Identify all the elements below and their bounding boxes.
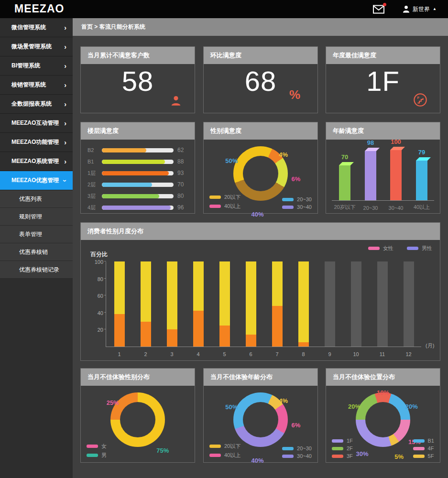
y-tick-mark [104, 278, 106, 279]
card-title: 当月不佳体验位置分布 [326, 369, 440, 386]
floor-bar-track [102, 194, 174, 198]
donut-pct-label: 50% [225, 403, 238, 411]
floor-bar-track [102, 160, 174, 164]
legend-label: 30~40 [297, 453, 312, 459]
legend-item: 男 [87, 452, 107, 459]
x-tick-label: 2 [139, 351, 153, 357]
kpi-card-best-floor: 年度最佳满意度 1F F [326, 46, 440, 113]
sidebar-subitem-coupon-list[interactable]: 优惠列表 [0, 190, 73, 208]
floor-bar-value: 88 [177, 158, 188, 165]
y-tick-label: 60 [88, 293, 103, 299]
caret-up-icon: ▲ [433, 7, 437, 11]
x-tick-label: 4 [191, 351, 206, 357]
sidebar-item-system[interactable]: MEEZAO系统管理› [0, 152, 73, 171]
x-tick-label: 3 [165, 351, 179, 357]
month-bar-male [219, 261, 230, 326]
mail-icon [372, 4, 385, 14]
month-bar-female [141, 322, 151, 347]
legend-label: 20~30 [297, 196, 312, 202]
kpi-value: 1F [326, 65, 440, 97]
x-tick-label: 7 [270, 351, 284, 357]
sidebar-item-wechat[interactable]: 微信管理系统› [0, 18, 73, 37]
month-bar-nodata [325, 261, 335, 347]
legend-item: 40以上 [209, 452, 240, 459]
age-bar-value: 98 [367, 139, 374, 146]
legend-swatch [209, 454, 221, 457]
chart-legend: 1F2F3F [332, 438, 353, 459]
legend-label: 男性 [422, 245, 432, 252]
breadcrumb[interactable]: 首页 > 客流只能分析系统 [81, 18, 145, 36]
sidebar-item-function[interactable]: MEEZAO功能管理› [0, 133, 73, 152]
sidebar-item-verification[interactable]: 核销管理系统› [0, 76, 73, 95]
month-bar-nodata [404, 261, 414, 347]
donut-hole [365, 402, 401, 437]
floor-category-label: B2 [87, 147, 100, 153]
x-tick-label: 11 [375, 351, 390, 357]
x-tick-label: 6 [244, 351, 258, 357]
age-bar-top-face [416, 157, 431, 161]
legend-item: 3F [332, 453, 353, 459]
chart-legend: B14F5F [413, 438, 434, 459]
legend-label: 40以上 [224, 452, 240, 459]
y-tick-mark [104, 295, 106, 295]
floor-bar-row: B188 [87, 156, 188, 167]
sidebar-subitem-forms[interactable]: 表单管理 [0, 226, 73, 243]
floor-bar-value: 62 [177, 147, 188, 153]
age-category-label: 40以上 [406, 204, 437, 211]
donut-pct-label: 4% [279, 397, 288, 404]
month-bar-male [298, 261, 309, 342]
age-bar [390, 150, 402, 200]
legend-label: B1 [428, 438, 434, 444]
legend-item: 1F [332, 438, 353, 444]
legend-label: 女性 [383, 245, 393, 252]
month-bar-female [167, 329, 177, 347]
age-bar-chart: 7020岁以下9820~3010030~407940以上 [326, 140, 440, 213]
month-bar-male [114, 261, 125, 314]
floor-bar-track [102, 148, 174, 152]
month-bar-nodata [377, 261, 388, 347]
sidebar-subitem-coupon-verify-log[interactable]: 优惠券核销记录 [0, 261, 73, 279]
x-tick-label: 9 [323, 351, 337, 357]
sidebar-subitem-coupon-verify[interactable]: 优惠券核销 [0, 243, 73, 261]
donut-pct-label: 4% [279, 151, 288, 158]
chart-card-gender-satisfaction: 性别满意度 4%6%40%50% 20以下40以上 20~3030~40 [203, 122, 318, 214]
user-menu[interactable]: 新世界 ▲ [403, 4, 437, 14]
floor-bar-row: B262 [87, 144, 188, 156]
floor-bar-track [102, 206, 174, 210]
legend-label: 20以下 [224, 443, 240, 450]
legend-item: 30~40 [282, 204, 312, 210]
mail-button[interactable] [372, 4, 385, 14]
sidebar-item-label: MEEZAO优惠管理 [11, 176, 59, 185]
sidebar-item-coupon-active[interactable]: MEEZAO优惠管理› [0, 171, 73, 190]
floor-bar-fill [102, 183, 152, 187]
donut-ring [356, 392, 410, 447]
month-bar-male [193, 261, 204, 311]
legend-swatch [209, 196, 221, 199]
kpi-card-unsatisfied-customers: 当月累计不满意客户数 58 [80, 46, 195, 113]
chevron-right-icon: › [64, 100, 66, 108]
x-axis-line [332, 200, 434, 201]
donut-pct-label: 5% [394, 453, 404, 460]
floor-bar-track [102, 171, 174, 175]
legend-item: 30~40 [282, 453, 312, 459]
legend-swatch [413, 439, 425, 443]
sidebar-subitem-rules[interactable]: 规则管理 [0, 208, 73, 226]
sidebar-item-label: MEEZAO系统管理 [11, 157, 59, 165]
chevron-right-icon: › [64, 158, 66, 165]
sidebar-item-bi[interactable]: BI管理系统› [0, 56, 73, 76]
legend-item: 20以下 [209, 194, 240, 201]
legend-label: 40以上 [224, 203, 240, 210]
sidebar-item-microscene[interactable]: 微场景管理系统› [0, 37, 73, 56]
floor-bar-value: 80 [177, 193, 188, 199]
chart-card-floor-satisfaction: 楼层满意度 B262B1881层932层703层804层96 [80, 122, 195, 214]
sidebar-item-label: 核销管理系统 [11, 81, 46, 89]
month-bar-female [114, 314, 125, 347]
legend-label: 1F [347, 438, 353, 444]
legend-swatch [332, 447, 343, 450]
user-name: 新世界 [413, 5, 430, 13]
legend-swatch [413, 455, 425, 458]
month-bar-female [219, 326, 230, 347]
sidebar-item-interaction[interactable]: MEEZAO互动管理› [0, 114, 73, 133]
sidebar-item-label: 微信管理系统 [11, 23, 46, 32]
sidebar-item-fulldata[interactable]: 全数据报表系统› [0, 95, 73, 114]
